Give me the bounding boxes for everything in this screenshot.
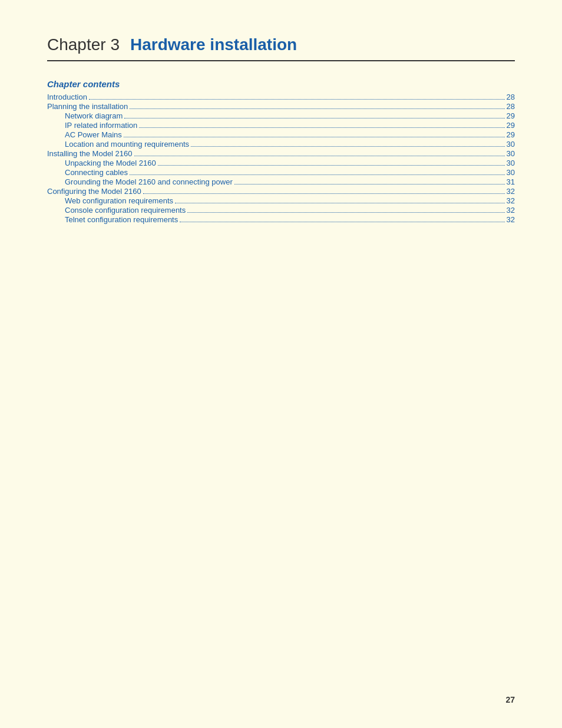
toc-dots: [143, 193, 505, 194]
toc-page-number: 28: [507, 102, 515, 111]
toc-page-number: 30: [507, 140, 515, 149]
toc-item[interactable]: Grounding the Model 2160 and connecting …: [47, 177, 515, 186]
toc-item[interactable]: Web configuration requirements32: [47, 196, 515, 205]
toc-item-label[interactable]: Planning the installation: [47, 102, 128, 111]
toc-item[interactable]: Console configuration requirements32: [47, 206, 515, 215]
toc-dots: [89, 99, 505, 100]
chapter-title: Hardware installation: [130, 35, 297, 54]
toc-dots: [234, 184, 505, 185]
toc-item[interactable]: Planning the installation28: [47, 102, 515, 111]
toc-dots: [175, 203, 505, 203]
toc-item-label[interactable]: Installing the Model 2160: [47, 149, 133, 158]
toc-item[interactable]: Installing the Model 216030: [47, 149, 515, 158]
toc-page-number: 30: [507, 168, 515, 177]
toc-item-label[interactable]: Console configuration requirements: [65, 206, 186, 215]
toc-dots: [187, 212, 504, 213]
toc-item-label[interactable]: Network diagram: [65, 111, 123, 120]
toc-page-number: 32: [507, 187, 515, 196]
toc-item[interactable]: Network diagram29: [47, 111, 515, 120]
toc-item-label[interactable]: Telnet configuration requirements: [65, 215, 178, 224]
toc-page-number: 30: [507, 159, 515, 167]
toc-item[interactable]: Telnet configuration requirements32: [47, 215, 515, 224]
toc-dots: [124, 137, 505, 137]
toc-item-label[interactable]: Web configuration requirements: [65, 196, 173, 205]
toc-item[interactable]: AC Power Mains29: [47, 130, 515, 139]
toc-page-number: 29: [507, 130, 515, 139]
toc-page-number: 29: [507, 111, 515, 120]
page-number: 27: [505, 695, 515, 704]
contents-heading: Chapter contents: [47, 79, 515, 89]
toc-dots: [180, 222, 504, 222]
toc-dots: [130, 174, 505, 175]
chapter-label: Chapter 3: [47, 35, 120, 54]
toc-dots: [158, 165, 505, 166]
toc-item-label[interactable]: IP related information: [65, 121, 137, 130]
toc-item[interactable]: IP related information29: [47, 121, 515, 130]
toc-page-number: 31: [507, 177, 515, 186]
toc-item[interactable]: Introduction28: [47, 93, 515, 101]
chapter-header: Chapter 3 Hardware installation: [47, 35, 515, 61]
page: Chapter 3 Hardware installation Chapter …: [0, 0, 562, 728]
toc-item[interactable]: Configuring the Model 216032: [47, 187, 515, 196]
toc-item-label[interactable]: Location and mounting requirements: [65, 140, 189, 149]
toc-page-number: 28: [507, 93, 515, 101]
toc-item-label[interactable]: Configuring the Model 2160: [47, 187, 141, 196]
toc-dots: [130, 108, 504, 109]
toc-page-number: 32: [507, 196, 515, 205]
toc-dots: [134, 156, 505, 156]
toc-page-number: 29: [507, 121, 515, 130]
toc-item[interactable]: Connecting cables30: [47, 168, 515, 177]
toc-item-label[interactable]: Unpacking the Model 2160: [65, 159, 156, 167]
toc-page-number: 32: [507, 206, 515, 215]
toc-item[interactable]: Location and mounting requirements30: [47, 140, 515, 149]
toc-page-number: 30: [507, 149, 515, 158]
toc-item-label[interactable]: Introduction: [47, 93, 87, 101]
toc-item-label[interactable]: Grounding the Model 2160 and connecting …: [65, 177, 233, 186]
table-of-contents: Introduction28Planning the installation2…: [47, 93, 515, 224]
toc-item-label[interactable]: Connecting cables: [65, 168, 128, 177]
toc-item-label[interactable]: AC Power Mains: [65, 130, 122, 139]
toc-dots: [191, 146, 505, 147]
toc-page-number: 32: [507, 215, 515, 224]
toc-dots: [124, 118, 504, 118]
toc-item[interactable]: Unpacking the Model 216030: [47, 159, 515, 167]
toc-dots: [139, 127, 504, 128]
